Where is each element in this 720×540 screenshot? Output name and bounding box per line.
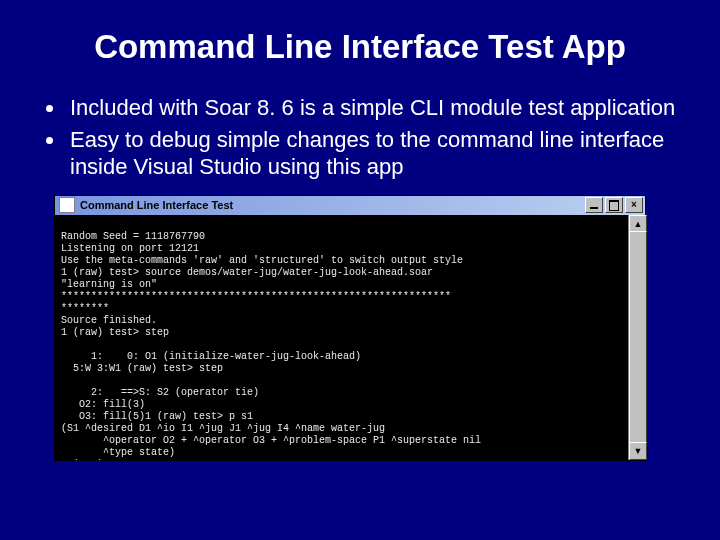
slide-title: Command Line Interface Test App [40,28,680,66]
scroll-thumb[interactable] [629,231,647,445]
window-buttons: × [585,197,643,213]
vertical-scrollbar[interactable]: ▲ ▼ [628,215,645,460]
maximize-button[interactable] [605,197,623,213]
terminal-text: Random Seed = 1118767790 Listening on po… [61,231,481,460]
app-icon [59,197,75,213]
bullet-item: Included with Soar 8. 6 is a simple CLI … [66,94,680,122]
bullet-item: Easy to debug simple changes to the comm… [66,126,680,181]
titlebar: Command Line Interface Test × [55,196,645,215]
close-button[interactable]: × [625,197,643,213]
scroll-down-icon[interactable]: ▼ [629,442,647,460]
bullet-list: Included with Soar 8. 6 is a simple CLI … [40,94,680,181]
window-title: Command Line Interface Test [80,199,585,211]
terminal-output: Random Seed = 1118767790 Listening on po… [55,215,629,460]
screenshot-window: Command Line Interface Test × Random See… [54,195,646,461]
minimize-button[interactable] [585,197,603,213]
